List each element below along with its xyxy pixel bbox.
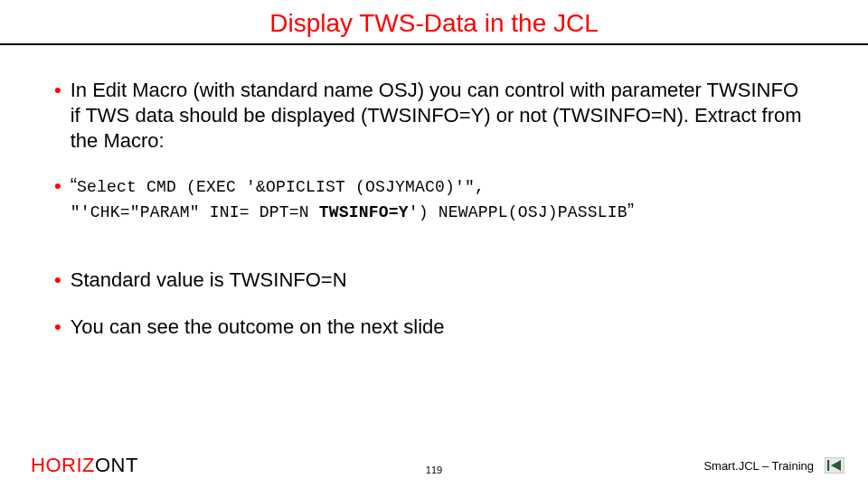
code-line-1: Select CMD (EXEC '&OPICLIST (OSJYMAC0)'"… (77, 178, 485, 196)
bullet-1-text: In Edit Macro (with standard name OSJ) y… (71, 78, 814, 154)
bullet-2-text: “Select CMD (EXEC '&OPICLIST (OSJYMAC0)'… (71, 174, 634, 224)
bullet-dot: • (54, 267, 61, 293)
code-line-2-prefix: "'CHK="PARAM" INI= DPT=N (71, 203, 319, 221)
page-number: 119 (426, 465, 442, 475)
close-quote: ” (627, 199, 634, 221)
slide-footer: HORIZONT 119 Smart.JCL – Training (0, 452, 868, 488)
svg-rect-1 (827, 460, 829, 471)
bullet-dot: • (54, 78, 61, 103)
course-label: Smart.JCL – Training (703, 459, 814, 473)
brand-rest: ONT (95, 454, 138, 476)
bullet-4-text: You can see the outcome on the next slid… (71, 314, 445, 340)
code-line-2-suffix: ') NEWAPPL(OSJ)PASSLIB (409, 203, 627, 221)
bullet-4: • You can see the outcome on the next sl… (54, 314, 814, 340)
bullet-1: • In Edit Macro (with standard name OSJ)… (54, 78, 814, 154)
bullet-dot: • (54, 174, 61, 199)
brand-logo: HORIZONT (31, 454, 138, 477)
code-line-2-bold: TWSINFO=Y (319, 203, 409, 221)
slide-title: Display TWS-Data in the JCL (0, 0, 868, 43)
first-slide-icon[interactable] (825, 457, 844, 474)
footer-right: Smart.JCL – Training (703, 457, 844, 474)
open-quote: “ (71, 174, 77, 196)
bullet-dot: • (54, 314, 61, 340)
slide-body: • In Edit Macro (with standard name OSJ)… (0, 45, 868, 340)
bullet-2-code: • “Select CMD (EXEC '&OPICLIST (OSJYMAC0… (54, 174, 814, 224)
bullet-3-text: Standard value is TWSINFO=N (71, 267, 347, 293)
bullet-3: • Standard value is TWSINFO=N (54, 267, 814, 293)
brand-accent: HORIZ (31, 454, 95, 476)
